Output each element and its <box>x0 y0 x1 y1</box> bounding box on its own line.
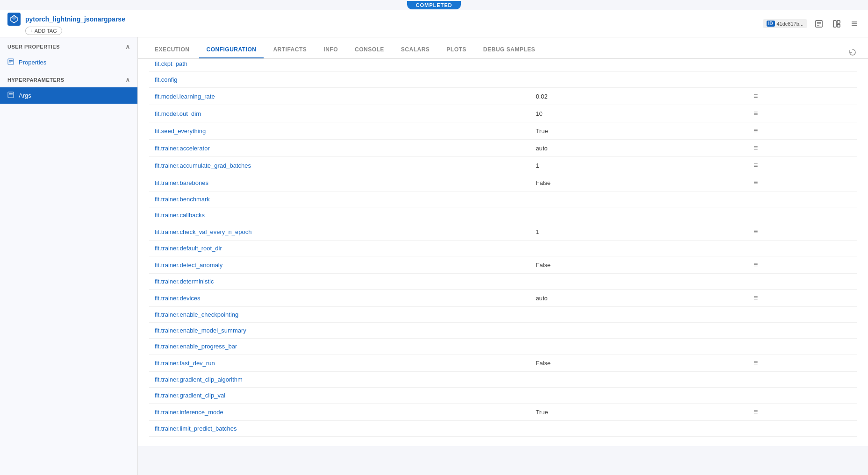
tab-plots[interactable]: PLOTS <box>439 42 474 58</box>
table-row[interactable]: fit.trainer.devices auto ≡ <box>149 290 857 307</box>
main-content: ARGS config fit.ckpt_path fit.config fit… <box>138 21 868 446</box>
table-row[interactable]: fit.model.out_dim 10 ≡ <box>149 105 857 122</box>
status-bar: COMPLETED <box>0 0 868 10</box>
refresh-button[interactable] <box>846 46 859 58</box>
row-key: fit.trainer.enable_checkpointing <box>149 307 530 323</box>
row-value: auto <box>530 140 748 157</box>
id-value: 41dc817b... <box>777 21 804 27</box>
row-menu-icon[interactable]: ≡ <box>748 174 857 191</box>
table-row[interactable]: fit.trainer.inference_mode True ≡ <box>149 404 857 421</box>
tab-configuration[interactable]: CONFIGURATION <box>199 42 264 58</box>
row-value <box>530 72 748 88</box>
row-key: fit.seed_everything <box>149 122 530 140</box>
hyperparameters-header: HYPERPARAMETERS ∧ <box>0 71 137 87</box>
hyperparameters-chevron[interactable]: ∧ <box>125 76 130 84</box>
notes-icon-button[interactable] <box>813 18 825 30</box>
table-row[interactable]: fit.trainer.detect_anomaly False ≡ <box>149 256 857 274</box>
table-row[interactable]: fit.config <box>149 72 857 88</box>
row-value <box>530 274 748 290</box>
row-value <box>530 241 748 256</box>
row-value <box>530 339 748 354</box>
row-menu-empty <box>748 323 857 339</box>
tab-scalars[interactable]: SCALARS <box>394 42 438 58</box>
table-row[interactable]: fit.trainer.accumulate_grad_batches 1 ≡ <box>149 157 857 174</box>
row-menu-icon[interactable]: ≡ <box>748 223 857 241</box>
table-row[interactable]: fit.trainer.callbacks <box>149 207 857 223</box>
table-row[interactable]: fit.trainer.benchmark <box>149 191 857 207</box>
table-row[interactable]: fit.trainer.accelerator auto ≡ <box>149 140 857 157</box>
row-value <box>530 307 748 323</box>
properties-label: Properties <box>19 59 46 66</box>
row-menu-icon[interactable]: ≡ <box>748 105 857 122</box>
table-row[interactable]: fit.trainer.default_root_dir <box>149 241 857 256</box>
more-menu-button[interactable] <box>848 18 861 30</box>
row-menu-empty <box>748 72 857 88</box>
tab-info[interactable]: INFO <box>316 42 345 58</box>
row-key: fit.model.out_dim <box>149 105 530 122</box>
row-menu-icon[interactable]: ≡ <box>748 404 857 421</box>
tab-execution[interactable]: EXECUTION <box>147 42 197 58</box>
row-menu-icon[interactable]: ≡ <box>748 157 857 174</box>
args-label: Args <box>19 92 31 99</box>
row-menu-empty <box>748 421 857 437</box>
tab-artifacts[interactable]: ARTIFACTS <box>265 42 314 58</box>
table-row[interactable]: fit.trainer.fast_dev_run False ≡ <box>149 354 857 372</box>
svg-rect-4 <box>833 21 836 27</box>
row-key: fit.trainer.callbacks <box>149 207 530 223</box>
row-key: fit.trainer.enable_progress_bar <box>149 339 530 354</box>
table-row[interactable]: fit.model.learning_rate 0.02 ≡ <box>149 88 857 105</box>
row-menu-empty <box>748 191 857 207</box>
table-row[interactable]: fit.trainer.deterministic <box>149 274 857 290</box>
svg-rect-5 <box>837 21 840 23</box>
table-row[interactable]: fit.trainer.enable_progress_bar <box>149 339 857 354</box>
row-key: fit.trainer.accumulate_grad_batches <box>149 157 530 174</box>
tab-console[interactable]: CONSOLE <box>347 42 392 58</box>
row-value <box>530 421 748 437</box>
tab-debug-samples[interactable]: DEBUG SAMPLES <box>476 42 543 58</box>
row-key: fit.trainer.limit_predict_batches <box>149 421 530 437</box>
panel-icon-button[interactable] <box>831 18 843 30</box>
row-value: 1 <box>530 157 748 174</box>
svg-rect-6 <box>837 24 840 27</box>
sidebar-item-properties[interactable]: Properties <box>0 54 137 71</box>
row-menu-icon[interactable]: ≡ <box>748 354 857 372</box>
row-value: False <box>530 354 748 372</box>
table-row[interactable]: fit.trainer.barebones False ≡ <box>149 174 857 191</box>
row-menu-icon[interactable]: ≡ <box>748 140 857 157</box>
row-menu-icon[interactable]: ≡ <box>748 290 857 307</box>
table-row[interactable]: fit.trainer.gradient_clip_val <box>149 388 857 404</box>
id-label-tag: ID <box>767 21 775 27</box>
row-value: 0.02 <box>530 88 748 105</box>
logo-icon <box>7 13 21 26</box>
row-key: fit.model.learning_rate <box>149 88 530 105</box>
row-menu-icon[interactable]: ≡ <box>748 88 857 105</box>
row-value: False <box>530 174 748 191</box>
tabs-bar: EXECUTION CONFIGURATION ARTIFACTS INFO C… <box>138 37 868 59</box>
row-key: fit.trainer.devices <box>149 290 530 307</box>
row-key: fit.trainer.fast_dev_run <box>149 354 530 372</box>
table-row[interactable]: fit.trainer.enable_checkpointing <box>149 307 857 323</box>
sidebar-item-args[interactable]: Args <box>0 87 137 104</box>
row-value: 1 <box>530 223 748 241</box>
sidebar: USER PROPERTIES ∧ Properties HYPERPARAME… <box>0 37 138 446</box>
add-tag-button[interactable]: + ADD TAG <box>25 27 62 35</box>
header-logo: pytorch_lightning_jsonargparse <box>7 13 125 26</box>
row-menu-empty <box>748 307 857 323</box>
user-properties-chevron[interactable]: ∧ <box>125 43 130 50</box>
row-key: fit.trainer.gradient_clip_algorithm <box>149 372 530 388</box>
table-row[interactable]: fit.seed_everything True ≡ <box>149 122 857 140</box>
table-row[interactable]: fit.trainer.check_val_every_n_epoch 1 ≡ <box>149 223 857 241</box>
row-value <box>530 323 748 339</box>
row-menu-empty <box>748 241 857 256</box>
table-row[interactable]: fit.trainer.gradient_clip_algorithm <box>149 372 857 388</box>
table-row[interactable]: fit.trainer.enable_model_summary <box>149 323 857 339</box>
row-menu-icon[interactable]: ≡ <box>748 256 857 274</box>
row-key: fit.trainer.detect_anomaly <box>149 256 530 274</box>
row-menu-icon[interactable]: ≡ <box>748 122 857 140</box>
table-row[interactable]: fit.trainer.limit_predict_batches <box>149 421 857 437</box>
row-key: fit.trainer.gradient_clip_val <box>149 388 530 404</box>
row-menu-empty <box>748 274 857 290</box>
row-key: fit.trainer.barebones <box>149 174 530 191</box>
add-tag-label: + ADD TAG <box>30 28 57 34</box>
project-name: pytorch_lightning_jsonargparse <box>25 15 125 23</box>
